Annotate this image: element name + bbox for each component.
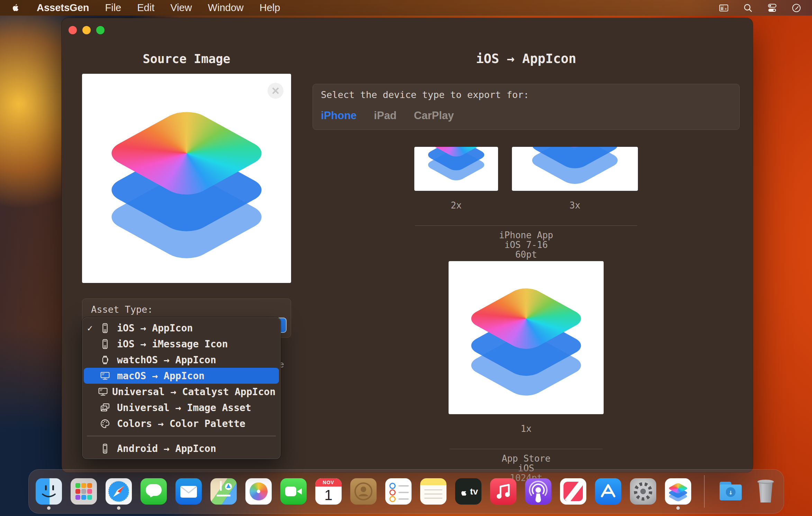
menubar-item-help[interactable]: Help — [260, 2, 280, 14]
menu-separator — [87, 436, 276, 436]
source-image-title: Source Image — [82, 52, 291, 66]
menu-item-colors-color-palette[interactable]: Colors → Color Palette — [84, 416, 279, 432]
device-prompt: Select the device type to export for: — [321, 89, 529, 100]
separator — [450, 449, 603, 449]
running-indicator — [676, 506, 680, 510]
dock-mail-icon[interactable] — [175, 478, 202, 505]
appletv-label: tv — [459, 487, 478, 496]
apple-logo-icon[interactable] — [10, 3, 21, 13]
menu-bar: AssetsGen File Edit View Window Help ⌘ — [0, 0, 812, 16]
tab-ipad[interactable]: iPad — [374, 109, 396, 122]
size-group-app-store: 1x App Store iOS 1024pt — [313, 261, 740, 483]
export-panel-title: iOS → AppIcon — [313, 51, 740, 66]
menubar-item-window[interactable]: Window — [208, 2, 244, 14]
dock-assetsgen-icon[interactable] — [665, 478, 691, 505]
scale-label-1x: 1x — [521, 424, 531, 434]
preview-1x — [449, 261, 604, 414]
clock-icon[interactable] — [791, 3, 802, 13]
separator — [415, 225, 637, 226]
dock-notes-icon[interactable] — [420, 478, 446, 505]
zoom-window-button[interactable] — [96, 26, 105, 34]
preview-3x — [512, 147, 638, 191]
dock-downloads-icon[interactable]: ↓ — [718, 478, 744, 505]
image-stack-icon — [100, 402, 115, 413]
close-icon: ✕ — [271, 85, 280, 97]
tab-iphone[interactable]: iPhone — [321, 109, 357, 122]
running-indicator — [117, 506, 120, 510]
assetsgen-window: Source Image ✕ Asset Type: e ✓ iOS → App… — [62, 18, 753, 472]
menu-item-macos-appicon[interactable]: macOS → AppIcon — [84, 368, 279, 384]
svg-text:⌘: ⌘ — [725, 7, 727, 11]
minimize-window-button[interactable] — [82, 26, 91, 34]
dock-finder-icon[interactable] — [36, 478, 62, 505]
palette-icon — [100, 418, 115, 429]
scale-label-2x: 2x — [451, 200, 461, 211]
dock-podcasts-icon[interactable] — [525, 478, 551, 505]
preview-2x — [414, 147, 498, 191]
close-window-button[interactable] — [69, 26, 77, 34]
dock-messages-icon[interactable] — [141, 478, 167, 505]
menubar-item-view[interactable]: View — [170, 2, 192, 14]
dock-facetime-icon[interactable] — [280, 478, 307, 505]
device-type-box: Select the device type to export for: iP… — [313, 84, 740, 130]
dock: NOV 1 tv — [28, 469, 784, 514]
iphone-icon — [100, 339, 115, 349]
android-phone-icon — [100, 443, 115, 454]
remove-source-image-button[interactable]: ✕ — [268, 83, 283, 99]
calendar-month: NOV — [315, 478, 342, 487]
menu-item-android-appicon[interactable]: Android → AppIcon — [84, 441, 279, 456]
control-center-icon[interactable] — [767, 3, 777, 13]
input-source-icon[interactable]: ⌘ — [719, 3, 729, 13]
watch-icon — [100, 355, 115, 365]
menu-item-ios-appicon[interactable]: ✓ iOS → AppIcon — [84, 320, 279, 336]
device-tabs: iPhone iPad CarPlay — [321, 109, 454, 122]
size-group-iphone-app: 2x 3x iPhone App iOS 7-16 60pt — [313, 147, 740, 259]
dock-music-icon[interactable] — [490, 478, 516, 505]
dock-news-icon[interactable] — [560, 478, 586, 505]
dock-divider — [704, 475, 705, 508]
dock-photos-icon[interactable] — [245, 478, 272, 505]
menubar-item-edit[interactable]: Edit — [137, 2, 154, 14]
tab-carplay[interactable]: CarPlay — [414, 109, 454, 122]
dock-trash-icon[interactable] — [752, 478, 779, 505]
asset-type-menu: ✓ iOS → AppIcon iOS → iMessage Icon watc… — [82, 317, 281, 459]
desktop-icon — [100, 371, 115, 381]
dock-launchpad-icon[interactable] — [71, 478, 97, 505]
menubar-item-file[interactable]: File — [105, 2, 121, 14]
menu-item-universal-image-asset[interactable]: Universal → Image Asset — [84, 400, 279, 416]
descriptor-iphone-app: iPhone App iOS 7-16 60pt — [499, 230, 553, 259]
running-indicator — [47, 506, 51, 510]
download-arrow-icon: ↓ — [726, 487, 736, 497]
menubar-app-name[interactable]: AssetsGen — [37, 2, 89, 14]
traffic-lights — [69, 26, 105, 34]
dock-safari-icon[interactable] — [106, 478, 132, 505]
dock-settings-icon[interactable] — [630, 478, 656, 505]
source-image-preview: ✕ — [82, 74, 291, 283]
menu-item-watchos-appicon[interactable]: watchOS → AppIcon — [84, 352, 279, 368]
calendar-day: 1 — [315, 487, 342, 504]
dock-appletv-icon[interactable]: tv — [455, 478, 481, 505]
scale-label-3x: 3x — [569, 200, 580, 211]
dock-calendar-icon[interactable]: NOV 1 — [315, 478, 342, 505]
asset-type-label: Asset Type: — [91, 304, 153, 315]
layers-artwork — [90, 81, 283, 275]
dock-reminders-icon[interactable] — [385, 478, 412, 505]
dock-appstore-icon[interactable] — [595, 478, 621, 505]
dock-maps-icon[interactable] — [210, 478, 237, 505]
desktop: AssetsGen File Edit View Window Help ⌘ — [0, 0, 812, 516]
menu-item-universal-catalyst-appicon[interactable]: Universal → Catalyst AppIcon — [84, 384, 279, 400]
spotlight-icon[interactable] — [743, 3, 753, 13]
dock-contacts-icon[interactable] — [350, 478, 377, 505]
checkmark-icon: ✓ — [87, 323, 100, 333]
desktop-icon — [98, 386, 110, 397]
iphone-icon — [100, 323, 115, 333]
menu-item-ios-imessage-icon[interactable]: iOS → iMessage Icon — [84, 336, 279, 352]
